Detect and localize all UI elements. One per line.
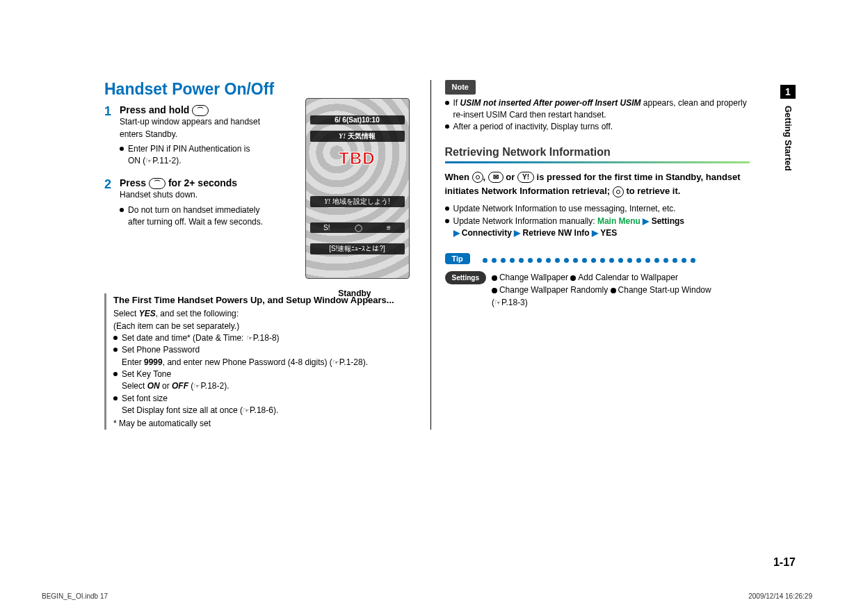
text: ). <box>224 381 229 391</box>
bullet-icon <box>492 288 497 293</box>
tip-item: Change Wallpaper <box>499 273 570 282</box>
bullet: Enter PIN if PIN Authentication is ON (☞… <box>120 143 264 168</box>
text: Set font size <box>122 393 278 405</box>
menu-path: Settings <box>652 216 684 226</box>
text: Press <box>120 177 149 188</box>
footer-right: 2009/12/14 16:26:29 <box>748 592 812 600</box>
bullet-icon <box>570 275 576 281</box>
note-block: Note If USIM not inserted After power-of… <box>445 80 750 133</box>
text: for 2+ seconds <box>166 177 237 188</box>
text: 天気情報 <box>348 132 376 140</box>
footer-left: BEGIN_E_OI.indb 17 <box>42 592 108 600</box>
step-2: 2 Press ⌒ for 2+ seconds Handset shuts d… <box>104 177 264 228</box>
chapter-tab: 1 Getting Started <box>780 85 796 178</box>
text: 地域を設定しよう! <box>332 197 390 205</box>
menu-path: Retrieve NW Info <box>523 228 590 238</box>
chapter-label: Getting Started <box>782 99 795 178</box>
text: Select YES, and set the following: <box>113 307 410 320</box>
code: 9999 <box>144 357 163 367</box>
text: to retrieve it. <box>624 186 681 196</box>
book-icon: ≡ <box>387 224 391 232</box>
screenshot-region: Y! 地域を設定しよう! <box>310 196 405 207</box>
text: Do not turn on handset immediately after… <box>128 204 264 229</box>
bullet-icon <box>445 206 449 211</box>
on-label: ON <box>147 381 160 391</box>
screenshot-weather: Y! 天気情報 <box>310 131 405 142</box>
center-key-icon <box>472 172 483 183</box>
tip-row: Tip <box>445 253 750 267</box>
text: ) <box>277 333 280 343</box>
bullet-icon <box>445 219 449 223</box>
hand-icon: ☞ <box>145 156 152 165</box>
settings-badge: Settings <box>445 271 486 284</box>
hand-icon: ☞ <box>494 298 501 307</box>
text: ). <box>363 357 368 367</box>
step-body: Start-up window appears and handset ente… <box>120 116 264 140</box>
hand-icon: ☞ <box>332 358 339 366</box>
text: Press and hold <box>120 104 192 115</box>
tip-item: Change Wallpaper Randomly <box>499 285 611 295</box>
text: , and enter new Phone Password (4-8 digi… <box>163 357 332 367</box>
text: Select <box>122 381 147 391</box>
hand-icon: ☞ <box>193 382 200 390</box>
retrieve-lead: When , ✉ or Y! is pressed for the first … <box>445 170 750 200</box>
bullet: Set Phone Password Enter 9999, and enter… <box>113 344 410 368</box>
bullet: Do not turn on handset immediately after… <box>120 204 264 229</box>
text: Set date and time* (Date & Time: <box>122 333 246 343</box>
text: ). <box>273 405 278 415</box>
camera-icon: ◯ <box>355 224 362 232</box>
page-ref: P.11-2 <box>152 156 176 165</box>
bullet: Set date and time* (Date & Time: ☞P.18-8… <box>113 332 410 344</box>
bullet-icon <box>113 348 118 352</box>
note-badge: Note <box>445 80 476 95</box>
text: Select <box>113 309 139 318</box>
text: Update Network Information manually: Mai… <box>453 216 684 240</box>
gradient-divider <box>445 161 750 163</box>
bullet-icon <box>492 275 497 281</box>
tip-item: Change Start-up Window <box>618 285 711 295</box>
screenshot-time: 6/ 6(Sat)10:10 <box>310 115 405 124</box>
page-ref: P.18-6 <box>250 405 273 415</box>
first-time-block: The First Time Handset Powers Up, and Se… <box>104 293 410 429</box>
page-ref: P.1-28 <box>339 357 363 367</box>
text: or <box>160 381 172 391</box>
text: Enter <box>122 357 144 367</box>
screenshot-icons: S! ◯ ≡ <box>310 222 405 233</box>
off-label: OFF <box>172 381 188 391</box>
step-heading: Press and hold ⌒ <box>120 104 264 116</box>
text: Set Key Tone <box>122 368 229 380</box>
bullet: Set font size Set Display font size all … <box>113 393 410 417</box>
tbd-overlay: TBD <box>306 149 409 168</box>
arrow-icon: ▶ <box>453 228 460 238</box>
footnote: * May be automatically set <box>113 417 410 430</box>
arrow-icon: ▶ <box>592 228 598 238</box>
yes-label: YES <box>139 309 156 318</box>
power-key-icon: ⌒ <box>149 178 166 189</box>
text: or <box>503 172 517 182</box>
text: (Each item can be set separately.) <box>113 320 410 332</box>
menu-path: YES <box>600 228 617 238</box>
page-ref: P.18-8 <box>253 333 277 343</box>
tip-dots <box>483 258 695 263</box>
text: After a period of inactivity, Display tu… <box>453 121 613 133</box>
main-menu-label: Main Menu <box>597 216 640 226</box>
step-heading: Press ⌒ for 2+ seconds <box>120 177 264 189</box>
arrow-icon: ▶ <box>643 216 649 226</box>
screenshot-news: [S!速報ﾆｭｰｽとは?] <box>310 243 405 254</box>
message-text: USIM not inserted After power-off Insert… <box>460 98 641 108</box>
hand-icon: ☞ <box>246 334 253 342</box>
footer: BEGIN_E_OI.indb 17 2009/12/14 16:26:29 <box>42 592 812 600</box>
text: ). <box>176 156 181 165</box>
bullet-icon <box>113 336 118 340</box>
chapter-number: 1 <box>780 85 796 99</box>
text: When <box>445 172 472 182</box>
bullet-icon <box>445 101 449 105</box>
text: , and set the following: <box>156 309 239 318</box>
tip-item: Add Calendar to Wallpaper <box>578 273 678 282</box>
bullet-icon <box>120 208 124 212</box>
text: ) <box>525 298 528 307</box>
text: If USIM not inserted After power-off Ins… <box>453 97 750 122</box>
text: Set Display font size all at once ( <box>122 405 243 415</box>
yahoo-key-icon: Y! <box>517 172 534 183</box>
page-title: Handset Power On/Off <box>104 80 410 99</box>
